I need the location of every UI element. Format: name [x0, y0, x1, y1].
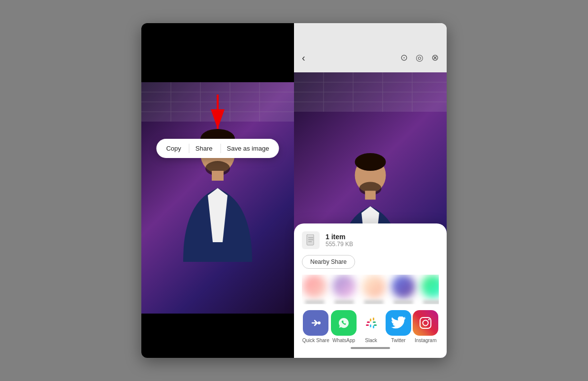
svg-rect-13 [212, 171, 224, 181]
save-as-image-menu-item[interactable]: Save as image [221, 144, 271, 153]
whatsapp-label: WhatsApp [332, 338, 355, 343]
svg-rect-38 [373, 321, 376, 323]
instagram-icon [413, 310, 438, 336]
slack-label: Slack [365, 338, 377, 343]
file-icon [302, 231, 320, 249]
contact-item[interactable] [420, 275, 439, 304]
file-info: 1 item 555.79 KB [326, 233, 353, 248]
red-arrow [203, 92, 232, 138]
twitter-label: Twitter [391, 338, 405, 343]
context-menu: Copy Share Save as image [156, 139, 279, 158]
icon-settings[interactable]: ⊗ [431, 52, 439, 63]
top-icons: ⊙ ◎ ⊗ [400, 52, 439, 63]
contact-item[interactable] [391, 275, 416, 304]
home-indicator [351, 347, 390, 349]
svg-rect-34 [367, 321, 370, 323]
nearby-share-button[interactable]: Nearby Share [302, 255, 355, 269]
icon-lens[interactable]: ⊙ [400, 52, 408, 63]
contact-item[interactable] [361, 275, 387, 304]
svg-rect-41 [373, 325, 374, 328]
slack-app[interactable]: Slack [359, 310, 384, 343]
quick-share-app[interactable]: Quick Share [302, 310, 329, 343]
right-panel: ‹ ⊙ ◎ ⊗ [294, 23, 447, 358]
svg-point-31 [318, 321, 321, 324]
share-sheet-header: 1 item 555.79 KB [302, 231, 439, 249]
share-menu-item[interactable]: Share [189, 144, 215, 153]
svg-point-44 [428, 319, 430, 320]
phone-container: Copy Share Save as image [141, 23, 447, 358]
file-size: 555.79 KB [326, 241, 353, 248]
svg-rect-37 [373, 318, 374, 320]
quick-share-label: Quick Share [302, 338, 329, 343]
svg-rect-40 [370, 324, 371, 327]
instagram-app[interactable]: Instagram [413, 310, 438, 343]
svg-rect-33 [363, 315, 380, 331]
contact-item[interactable] [302, 275, 327, 304]
svg-rect-39 [374, 324, 377, 326]
svg-rect-25 [365, 191, 376, 200]
file-name: 1 item [326, 233, 353, 241]
whatsapp-icon [331, 310, 357, 336]
back-button[interactable]: ‹ [302, 52, 305, 64]
svg-rect-35 [366, 324, 369, 326]
copy-menu-item[interactable]: Copy [164, 144, 183, 153]
svg-point-43 [423, 320, 428, 326]
contact-item[interactable] [331, 275, 357, 304]
svg-rect-36 [370, 318, 371, 321]
twitter-icon [386, 310, 411, 336]
top-bar: ‹ ⊙ ◎ ⊗ [294, 23, 447, 72]
twitter-app[interactable]: Twitter [386, 310, 411, 343]
apps-row: Quick Share WhatsApp [302, 310, 439, 343]
left-panel: Copy Share Save as image [141, 23, 294, 358]
svg-point-23 [355, 153, 386, 171]
icon-eye[interactable]: ◎ [416, 52, 424, 63]
quick-share-icon [303, 310, 328, 336]
whatsapp-app[interactable]: WhatsApp [331, 310, 357, 343]
instagram-label: Instagram [415, 338, 436, 343]
share-sheet: 1 item 555.79 KB Nearby Share [294, 223, 447, 358]
contacts-row [302, 275, 439, 304]
slack-icon [359, 310, 384, 336]
